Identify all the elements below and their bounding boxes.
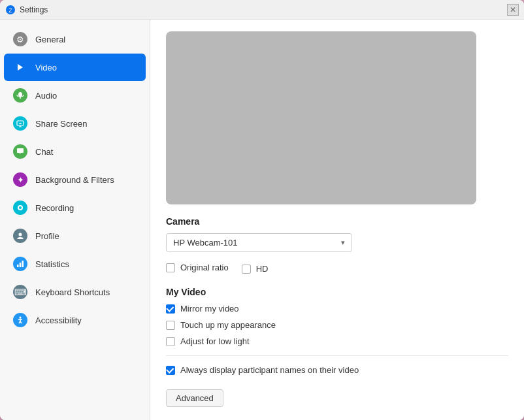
- recording-icon: [13, 201, 27, 215]
- sidebar-label-audio: Audio: [35, 91, 57, 101]
- original-ratio-row: Original ratio: [166, 263, 229, 272]
- camera-dropdown-value: HP Webcam-101: [173, 238, 341, 248]
- sharescreen-icon: [13, 116, 27, 131]
- sidebar-item-background[interactable]: ✦ Background & Filters: [4, 166, 146, 193]
- my-video-section: My Video Mirror my video Touch up my app…: [166, 287, 508, 346]
- mirror-checkbox[interactable]: [166, 304, 175, 314]
- hd-label: HD: [256, 264, 269, 274]
- video-icon: [13, 60, 27, 74]
- sidebar-item-audio[interactable]: Audio: [4, 82, 146, 109]
- app-icon: Z: [5, 5, 16, 15]
- sidebar: ⚙ General Video: [0, 20, 150, 420]
- video-preview: [166, 31, 476, 204]
- svg-text:Z: Z: [8, 7, 12, 14]
- general-icon: ⚙: [13, 32, 27, 46]
- content-area: ⚙ General Video: [0, 20, 524, 420]
- my-video-label: My Video: [166, 287, 508, 297]
- svg-line-20: [20, 321, 22, 323]
- title-bar: Z Settings ✕: [0, 0, 524, 20]
- always-display-row: Always display participant names on thei…: [166, 365, 508, 375]
- advanced-button[interactable]: Advanced: [166, 389, 223, 407]
- sidebar-item-chat[interactable]: Chat: [4, 138, 146, 165]
- keyboard-icon: ⌨: [13, 285, 27, 299]
- touchup-checkbox[interactable]: [166, 321, 175, 330]
- sidebar-label-statistics: Statistics: [35, 259, 69, 269]
- sidebar-item-general[interactable]: ⚙ General: [4, 25, 146, 53]
- sidebar-label-recording: Recording: [35, 203, 74, 213]
- always-display-label: Always display participant names on thei…: [180, 365, 359, 375]
- lowlight-label: Adjust for low light: [180, 336, 250, 346]
- sidebar-label-general: General: [35, 35, 65, 44]
- video-options-row: Original ratio HD: [166, 261, 508, 278]
- profile-icon: [13, 229, 27, 243]
- hd-checkbox[interactable]: [242, 265, 251, 274]
- svg-rect-14: [20, 263, 22, 267]
- sidebar-label-accessibility: Accessibility: [35, 315, 82, 325]
- audio-icon: [13, 88, 27, 103]
- background-icon: ✦: [13, 172, 27, 187]
- camera-section-label: Camera: [166, 216, 508, 227]
- divider-1: [166, 355, 508, 356]
- touchup-row: Touch up my appearance: [166, 320, 508, 330]
- sidebar-item-statistics[interactable]: Statistics: [4, 250, 146, 278]
- svg-marker-2: [18, 64, 23, 71]
- sidebar-label-chat: Chat: [35, 147, 53, 157]
- accessibility-icon: [13, 313, 27, 327]
- camera-dropdown-arrow: ▾: [341, 238, 345, 247]
- svg-point-11: [19, 206, 22, 209]
- main-panel: Camera HP Webcam-101 ▾ Original ratio HD…: [150, 20, 524, 420]
- statistics-icon: [13, 257, 27, 271]
- sidebar-label-sharescreen: Share Screen: [35, 119, 88, 129]
- original-ratio-label: Original ratio: [180, 263, 229, 272]
- svg-rect-15: [22, 261, 24, 267]
- mirror-row: Mirror my video: [166, 304, 508, 314]
- svg-rect-13: [17, 265, 19, 267]
- always-display-checkbox[interactable]: [166, 366, 175, 375]
- lowlight-row: Adjust for low light: [166, 336, 508, 346]
- sidebar-item-keyboard[interactable]: ⌨ Keyboard Shortcuts: [4, 278, 146, 306]
- svg-point-16: [20, 317, 22, 319]
- chat-icon: [13, 144, 27, 159]
- sidebar-item-accessibility[interactable]: Accessibility: [4, 306, 146, 334]
- mirror-label: Mirror my video: [180, 304, 239, 314]
- svg-point-3: [18, 92, 22, 97]
- original-ratio-checkbox[interactable]: [166, 263, 175, 272]
- sidebar-item-video[interactable]: Video: [4, 54, 146, 81]
- camera-dropdown[interactable]: HP Webcam-101 ▾: [166, 233, 352, 252]
- close-button[interactable]: ✕: [507, 4, 519, 16]
- hd-row: HD: [242, 264, 269, 274]
- sidebar-label-video: Video: [35, 63, 57, 73]
- svg-point-12: [19, 233, 22, 236]
- sidebar-item-recording[interactable]: Recording: [4, 194, 146, 221]
- lowlight-checkbox[interactable]: [166, 337, 175, 346]
- window-title: Settings: [20, 5, 48, 14]
- settings-window: Z Settings ✕ ⚙ General Video: [0, 0, 524, 420]
- touchup-label: Touch up my appearance: [180, 320, 276, 330]
- sidebar-label-profile: Profile: [35, 231, 59, 241]
- sidebar-item-sharescreen[interactable]: Share Screen: [4, 110, 146, 137]
- sidebar-item-profile[interactable]: Profile: [4, 222, 146, 250]
- sidebar-label-background: Background & Filters: [35, 175, 114, 185]
- sidebar-label-keyboard: Keyboard Shortcuts: [35, 287, 110, 297]
